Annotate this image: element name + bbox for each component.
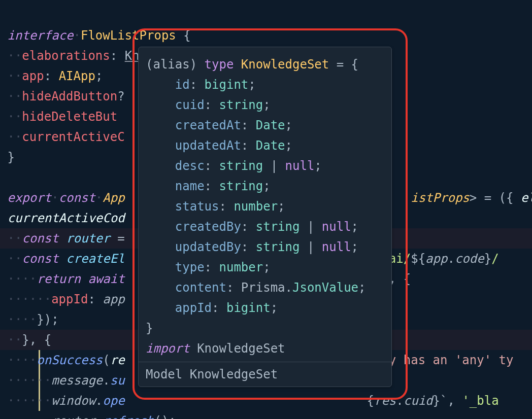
- tooltip-body: (alias) type KnowledgeSet = { id: bigint…: [139, 47, 391, 362]
- code-line[interactable]: ······appId: app: [0, 292, 125, 306]
- code-line[interactable]: interface·FlowListProps {: [0, 28, 191, 43]
- code-line[interactable]: ··}, {: [0, 333, 51, 347]
- code-line[interactable]: ····});: [0, 312, 59, 327]
- code-line[interactable]: ······message.su: [0, 373, 125, 388]
- code-line[interactable]: }: [0, 150, 15, 164]
- tooltip-doc: Model KnowledgeSet: [139, 362, 391, 387]
- code-line[interactable]: [0, 170, 7, 185]
- code-line[interactable]: ··hideAddButton?: [0, 89, 125, 103]
- code-line[interactable]: currentActiveCod: [0, 211, 125, 225]
- code-line[interactable]: ··app: AIApp;: [0, 69, 103, 83]
- code-line[interactable]: ······router.refresh();: [0, 414, 176, 419]
- hover-tooltip[interactable]: (alias) type KnowledgeSet = { id: bigint…: [138, 47, 392, 387]
- code-line[interactable]: ··hideDeleteBut: [0, 110, 117, 124]
- code-line[interactable]: ··currentActiveC: [0, 130, 125, 144]
- code-line[interactable]: ··const router =: [0, 231, 125, 246]
- code-line[interactable]: ······window.ope {res.cuid}`, '_bla: [0, 394, 499, 408]
